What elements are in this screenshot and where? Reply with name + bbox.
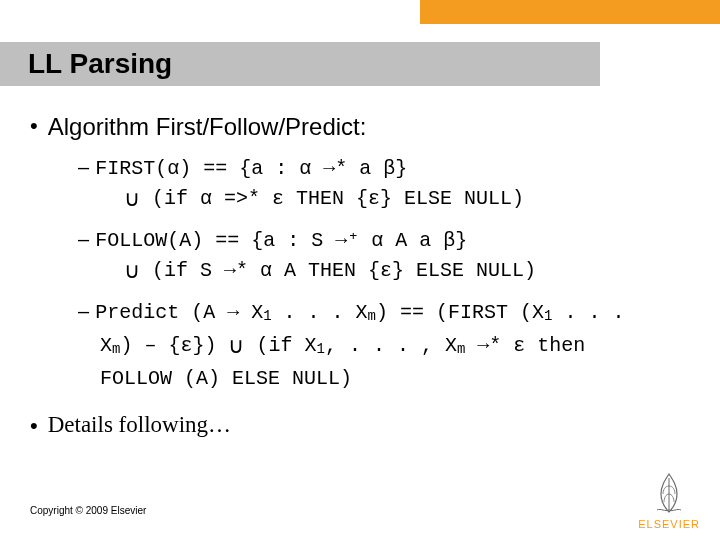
follow-line2: ∪ (if S →* α A THEN {ε} ELSE NULL) <box>124 256 690 286</box>
bullet-algorithm-text: Algorithm First/Follow/Predict: <box>48 112 367 142</box>
top-accent-bar <box>420 0 720 24</box>
bullet-dot-icon: • <box>30 112 38 140</box>
subscript-m: m <box>368 308 376 324</box>
details-text: Details following… <box>48 412 231 438</box>
union-icon: ∪ <box>124 258 140 283</box>
dash-icon: – <box>78 228 89 250</box>
predict-seg-c: ) == (FIRST (X <box>376 301 544 324</box>
publisher-logo: ELSEVIER <box>638 468 700 530</box>
dash-icon: – <box>78 156 89 178</box>
elsevier-tree-icon <box>645 468 693 516</box>
definition-first: –FIRST(α) == {a : α →* a β} ∪ (if α =>* … <box>78 152 690 214</box>
slide-content: • Algorithm First/Follow/Predict: –FIRST… <box>30 100 690 440</box>
predict-line2: Xm) – {ε}) ∪ (if X1, . . . , Xm →* ε the… <box>100 331 690 364</box>
predict-seg-a: Predict (A → X <box>95 301 263 324</box>
copyright-text: Copyright © 2009 Elsevier <box>30 505 146 516</box>
dash-icon: – <box>78 300 89 322</box>
union-icon: ∪ <box>228 333 244 358</box>
bullet-dot-icon: • <box>30 412 38 440</box>
definition-follow: –FOLLOW(A) == {a : S →⁺ α A a β} ∪ (if S… <box>78 224 690 286</box>
union-icon: ∪ <box>124 186 140 211</box>
publisher-name: ELSEVIER <box>638 518 700 530</box>
predict-seg-d: . . . <box>552 301 624 324</box>
definition-predict: –Predict (A → X1 . . . Xm) == (FIRST (X1… <box>78 296 690 394</box>
first-line2: ∪ (if α =>* ε THEN {ε} ELSE NULL) <box>124 184 690 214</box>
follow-line1: FOLLOW(A) == {a : S →⁺ α A a β} <box>95 229 467 252</box>
predict-seg-b: . . . X <box>272 301 368 324</box>
subscript-one: 1 <box>316 341 324 357</box>
bullet-algorithm: • Algorithm First/Follow/Predict: <box>30 112 690 142</box>
first-line1: FIRST(α) == {a : α →* a β} <box>95 157 407 180</box>
subscript-one: 1 <box>263 308 271 324</box>
bullet-details: • Details following… <box>30 412 690 440</box>
predict-line3: FOLLOW (A) ELSE NULL) <box>100 364 690 394</box>
slide-title: LL Parsing <box>28 48 172 80</box>
title-bar: LL Parsing <box>0 42 600 86</box>
